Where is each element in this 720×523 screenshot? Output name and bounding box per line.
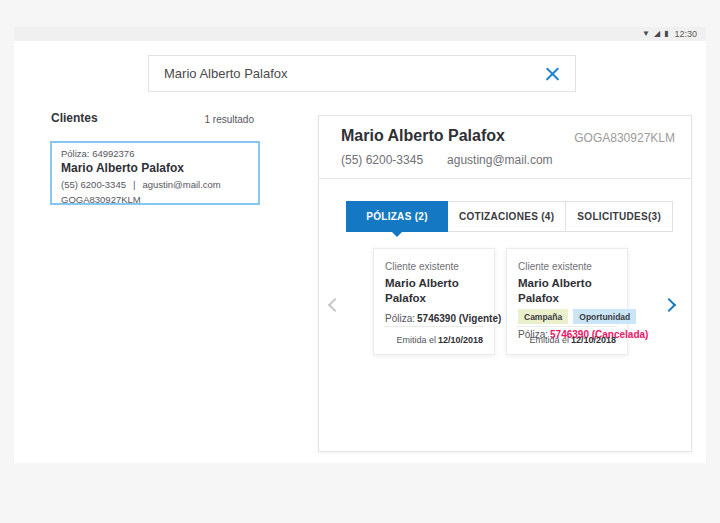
issued-label: Emitida el (396, 335, 436, 345)
detail-email: agusting@mail.com (447, 153, 553, 167)
policy-card-cancelada[interactable]: Cliente existente Mario Alberto Palafox … (506, 248, 628, 355)
app-screen: { "colors": { "accent": "#1478C2", "acce… (0, 0, 720, 523)
detail-rfc: GOGA830927KLM (574, 131, 675, 145)
carousel-prev-icon[interactable] (328, 298, 342, 312)
client-result-card[interactable]: Póliza: 64992376 Mario Alberto Palafox (… (50, 141, 260, 205)
policy-card-footer: Emitida el12/10/2018 (384, 326, 484, 354)
detail-header: Mario Alberto Palafox GOGA830927KLM (55)… (319, 116, 691, 179)
policy-card-name: Mario Alberto Palafox (385, 276, 465, 305)
policy-card-policy: Póliza:5746390 (Vigente) (385, 313, 483, 324)
tab-solicitudes[interactable]: SOLICITUDES(3) (565, 201, 673, 232)
status-time: 12:30 (674, 29, 697, 39)
result-email: agustin@mail.com (142, 179, 220, 190)
wifi-icon: ▼ (642, 30, 650, 38)
contact-separator: | (133, 179, 135, 190)
client-detail-panel: Mario Alberto Palafox GOGA830927KLM (55)… (318, 115, 692, 452)
issued-label: Emitida el (529, 335, 569, 345)
battery-icon: ▮ (664, 30, 668, 38)
policy-card-type: Cliente existente (518, 261, 616, 272)
policy-card-type: Cliente existente (385, 261, 483, 272)
tab-cotizaciones[interactable]: COTIZACIONES (4) (447, 201, 566, 232)
result-client-name: Mario Alberto Palafox (61, 161, 249, 175)
policy-value: 5746390 (Vigente) (417, 313, 501, 324)
signal-icon: ◢ (654, 30, 660, 38)
carousel-next-icon[interactable] (662, 298, 676, 312)
results-count: 1 resultado (160, 114, 254, 125)
policy-card-badges: Campaña Oportunidad (518, 309, 616, 324)
policy-label: Póliza: (385, 313, 415, 324)
issued-date: 12/10/2018 (438, 335, 483, 345)
policy-card-vigente[interactable]: Cliente existente Mario Alberto Palafox … (373, 248, 495, 355)
result-contact: (55) 6200-3345 | agustin@mail.com (61, 179, 249, 190)
result-phone: (55) 6200-3345 (61, 179, 126, 190)
status-bar: ▼ ◢ ▮ 12:30 (14, 27, 706, 41)
issued-date: 12/10/2018 (571, 335, 616, 345)
results-title: Clientes (51, 111, 98, 125)
result-rfc: GOGA830927KLM (61, 194, 249, 205)
detail-phone: (55) 6200-3345 (341, 153, 423, 167)
result-policy-number: Póliza: 64992376 (61, 148, 249, 159)
clear-search-icon[interactable] (545, 66, 560, 81)
search-input[interactable] (164, 66, 545, 81)
main-window: ▼ ◢ ▮ 12:30 Clientes 1 resultado Póliza:… (14, 27, 706, 463)
badge-oportunidad: Oportunidad (573, 309, 636, 324)
policy-card-name: Mario Alberto Palafox (518, 276, 598, 305)
detail-tabs: PÓLIZAS (2) COTIZACIONES (4) SOLICITUDES… (346, 201, 673, 232)
policy-card-footer: Emitida el12/10/2018 (517, 326, 617, 354)
search-box (148, 55, 576, 92)
tab-polizas[interactable]: PÓLIZAS (2) (346, 201, 448, 232)
badge-campana: Campaña (518, 309, 568, 324)
detail-contact: (55) 6200-3345 agusting@mail.com (341, 153, 669, 167)
